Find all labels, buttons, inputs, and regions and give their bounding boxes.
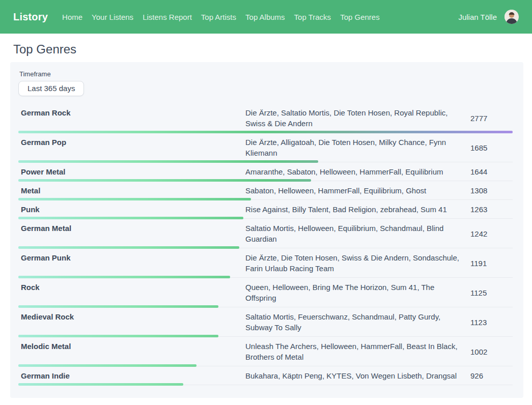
genre-row: Metal Sabaton, Helloween, HammerFall, Eq… [18,182,513,200]
genre-row: Power Metal Amaranthe, Sabaton, Hellowee… [18,163,513,182]
genre-bar-track [18,383,513,386]
nav-link-home[interactable]: Home [62,13,82,21]
genre-row: Rock Queen, Helloween, Bring Me The Hori… [18,278,513,308]
genre-row-main: Punk Rise Against, Billy Talent, Bad Rel… [18,200,513,215]
brand-logo[interactable]: Listory [13,11,48,23]
genre-bar [18,160,318,163]
genre-bar [18,198,251,200]
genre-bar [18,246,239,249]
genre-table: German Rock Die Ärzte, Saltatio Mortis, … [18,104,513,386]
nav-link-top-artists[interactable]: Top Artists [201,13,236,21]
nav-link-listens-report[interactable]: Listens Report [143,13,192,21]
genre-name: Melodic Metal [18,341,245,362]
nav-link-top-albums[interactable]: Top Albums [245,13,285,21]
genre-name: Rock [18,282,245,303]
genre-row: Melodic Metal Unleash The Archers, Hello… [18,337,513,367]
genre-top-artists: Rise Against, Billy Talent, Bad Religion… [245,204,459,215]
genre-bar [18,364,197,367]
genre-listen-count: 1644 [459,166,513,177]
genre-name: German Rock [18,107,245,129]
user-avatar[interactable] [505,10,519,24]
genre-row: German Punk Die Ärzte, Die Toten Hosen, … [18,249,513,278]
genre-row: German Rock Die Ärzte, Saltatio Mortis, … [18,104,513,133]
nav-link-top-tracks[interactable]: Top Tracks [294,13,331,21]
app-header: Listory HomeYour ListensListens ReportTo… [0,0,532,34]
genre-listen-count: 2777 [459,107,513,129]
genre-row-main: German Indie Bukahara, Käptn Peng, KYTES… [18,367,513,381]
genre-row-main: German Metal Saltatio Mortis, Helloween,… [18,219,513,244]
top-genres-card: Timeframe Last 365 days German Rock Die … [10,62,523,398]
genre-top-artists: Saltatio Mortis, Feuerschwanz, Schandmau… [245,311,459,333]
genre-row-main: Metal Sabaton, Helloween, HammerFall, Eq… [18,182,513,196]
genre-row-main: German Rock Die Ärzte, Saltatio Mortis, … [18,104,513,129]
genre-bar [18,276,230,278]
genre-bar [18,305,218,308]
genre-name: Medieval Rock [18,311,245,333]
genre-name: Power Metal [18,166,245,177]
genre-name: German Punk [18,252,245,274]
genre-top-artists: Unleash The Archers, Helloween, HammerFa… [245,341,459,362]
genre-listen-count: 926 [459,370,513,381]
genre-listen-count: 1123 [459,311,513,333]
genre-listen-count: 1242 [459,223,513,244]
genre-listen-count: 1002 [459,341,513,362]
genre-bar-track [18,131,513,133]
genre-listen-count: 1685 [459,137,513,158]
genre-top-artists: Saltatio Mortis, Helloween, Equilibrium,… [245,223,459,244]
nav-link-top-genres[interactable]: Top Genres [340,13,380,21]
genre-top-artists: Queen, Helloween, Bring Me The Horizon, … [245,282,459,303]
genre-bar [18,179,311,182]
genre-row: German Indie Bukahara, Käptn Peng, KYTES… [18,367,513,386]
genre-bar [18,217,243,219]
main-nav: HomeYour ListensListens ReportTop Artist… [62,13,380,21]
genre-top-artists: Amaranthe, Sabaton, Helloween, HammerFal… [245,166,459,177]
genre-row: German Metal Saltatio Mortis, Helloween,… [18,219,513,249]
avatar-photo-icon [505,10,519,24]
genre-row-main: German Pop Die Ärzte, Alligatoah, Die To… [18,133,513,158]
genre-row-main: Rock Queen, Helloween, Bring Me The Hori… [18,278,513,303]
genre-listen-count: 1125 [459,282,513,303]
genre-name: German Pop [18,137,245,158]
genre-bar [18,383,183,386]
genre-top-artists: Die Ärzte, Saltatio Mortis, Die Toten Ho… [245,107,459,129]
genre-top-artists: Sabaton, Helloween, HammerFall, Equilibr… [245,185,459,196]
genre-bar [18,335,218,337]
genre-row: Punk Rise Against, Billy Talent, Bad Rel… [18,200,513,219]
genre-listen-count: 1191 [459,252,513,274]
genre-name: German Metal [18,223,245,244]
genre-listen-count: 1308 [459,185,513,196]
genre-row-main: Medieval Rock Saltatio Mortis, Feuerschw… [18,308,513,333]
genre-name: Metal [18,185,245,196]
timeframe-label: Timeframe [19,70,513,78]
genre-row-main: German Punk Die Ärzte, Die Toten Hosen, … [18,249,513,274]
page-title: Top Genres [13,42,532,56]
user-name: Julian Tölle [458,13,497,21]
genre-listen-count: 1263 [459,204,513,215]
genre-row-main: Melodic Metal Unleash The Archers, Hello… [18,337,513,362]
genre-top-artists: Bukahara, Käptn Peng, KYTES, Von Wegen L… [245,370,459,381]
genre-name: Punk [18,204,245,215]
genre-row: Medieval Rock Saltatio Mortis, Feuerschw… [18,308,513,337]
genre-top-artists: Die Ärzte, Die Toten Hosen, Swiss & Die … [245,252,459,274]
genre-bar [18,131,513,133]
timeframe-select[interactable]: Last 365 days [18,81,84,96]
genre-row-main: Power Metal Amaranthe, Sabaton, Hellowee… [18,163,513,177]
genre-top-artists: Die Ärzte, Alligatoah, Die Toten Hosen, … [245,137,459,158]
nav-link-your-listens[interactable]: Your Listens [92,13,133,21]
genre-row: German Pop Die Ärzte, Alligatoah, Die To… [18,133,513,163]
genre-name: German Indie [18,370,245,381]
